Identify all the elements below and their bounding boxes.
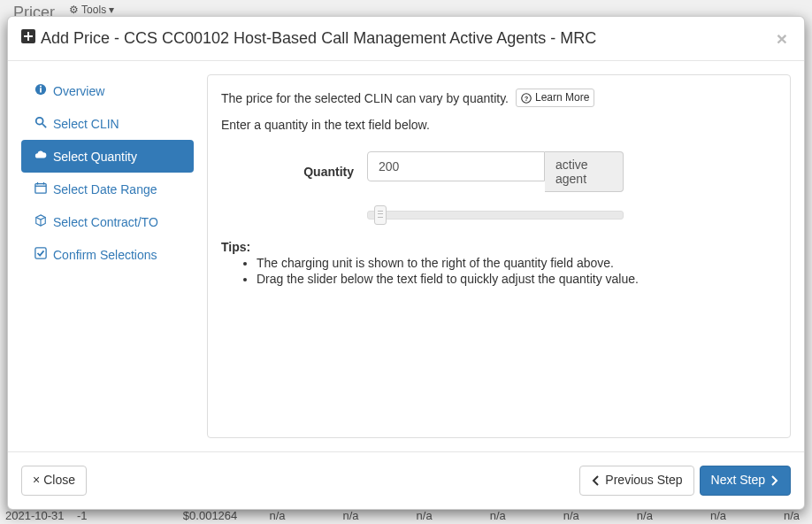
quantity-label: Quantity	[221, 165, 367, 179]
tips-heading: Tips:	[221, 240, 777, 254]
svg-rect-4	[40, 88, 42, 92]
tips-list: The charging unit is shown to the right …	[221, 256, 777, 286]
nav-step-label: Select Date Range	[53, 182, 157, 196]
learn-more-label: Learn More	[535, 90, 589, 105]
previous-step-button[interactable]: Previous Step	[579, 466, 693, 496]
chevron-left-icon	[591, 475, 601, 486]
quantity-row: Quantity active agent	[221, 151, 777, 192]
learn-more-button[interactable]: ? Learn More	[516, 89, 594, 107]
nav-step-label: Select CLIN	[53, 117, 119, 131]
modal-title: Add Price - CCS CC00102 Host-Based Call …	[21, 29, 596, 48]
quantity-slider[interactable]	[367, 204, 624, 222]
wizard-nav: OverviewSelect CLINSelect QuantitySelect…	[21, 74, 194, 438]
instruction-text: Enter a quantity in the text field below…	[221, 118, 777, 132]
close-icon[interactable]: ×	[773, 29, 791, 48]
info-icon	[34, 83, 47, 98]
cube-icon	[34, 214, 47, 229]
svg-rect-12	[35, 248, 46, 258]
next-step-button[interactable]: Next Step	[700, 466, 791, 496]
previous-step-label: Previous Step	[605, 472, 682, 489]
svg-text:?: ?	[525, 95, 529, 103]
nav-step-overview[interactable]: Overview	[21, 74, 194, 107]
nav-step-select-clin[interactable]: Select CLIN	[21, 107, 194, 140]
search-icon	[34, 116, 47, 131]
nav-step-label: Overview	[53, 84, 104, 98]
svg-rect-2	[24, 35, 33, 37]
nav-step-label: Select Quantity	[53, 150, 137, 164]
svg-point-6	[36, 118, 43, 125]
nav-step-select-date-range[interactable]: Select Date Range	[21, 173, 194, 205]
tip-item: The charging unit is shown to the right …	[257, 256, 777, 270]
svg-line-7	[42, 124, 46, 127]
close-button[interactable]: × Close	[21, 466, 87, 496]
question-circle-icon: ?	[521, 93, 532, 104]
modal-header: Add Price - CCS CC00102 Host-Based Call …	[8, 17, 804, 61]
tip-item: Drag the slider below the text field to …	[257, 272, 777, 286]
add-price-modal: Add Price - CCS CC00102 Host-Based Call …	[7, 16, 805, 510]
nav-step-select-contract-to[interactable]: Select Contract/TO	[21, 205, 194, 238]
check-icon	[34, 247, 47, 262]
quantity-input[interactable]	[367, 151, 545, 181]
modal-body: OverviewSelect CLINSelect QuantitySelect…	[8, 61, 804, 451]
cloud-icon	[34, 149, 47, 164]
modal-title-text: Add Price - CCS CC00102 Host-Based Call …	[41, 29, 596, 48]
next-step-label: Next Step	[711, 472, 765, 489]
quantity-input-group: active agent	[367, 151, 624, 192]
slider-track	[367, 211, 624, 220]
nav-step-label: Select Contract/TO	[53, 215, 158, 229]
plus-square-icon	[21, 29, 35, 48]
quantity-unit: active agent	[545, 151, 624, 192]
nav-step-label: Confirm Selections	[53, 248, 157, 262]
nav-step-confirm-selections[interactable]: Confirm Selections	[21, 238, 194, 271]
nav-step-select-quantity[interactable]: Select Quantity	[21, 140, 194, 173]
svg-rect-8	[35, 184, 46, 194]
modal-footer: × Close Previous Step Next Step	[8, 451, 804, 509]
lead-text: The price for the selected CLIN can vary…	[221, 91, 509, 105]
chevron-right-icon	[769, 475, 779, 486]
x-icon: ×	[33, 472, 40, 489]
close-button-label: Close	[43, 472, 75, 489]
slider-handle[interactable]	[374, 205, 387, 225]
svg-point-5	[40, 85, 42, 87]
calendar-icon	[34, 181, 47, 196]
step-content-panel: The price for the selected CLIN can vary…	[207, 74, 791, 438]
tools-dropdown[interactable]: ⚙ Tools ▾	[69, 4, 114, 16]
